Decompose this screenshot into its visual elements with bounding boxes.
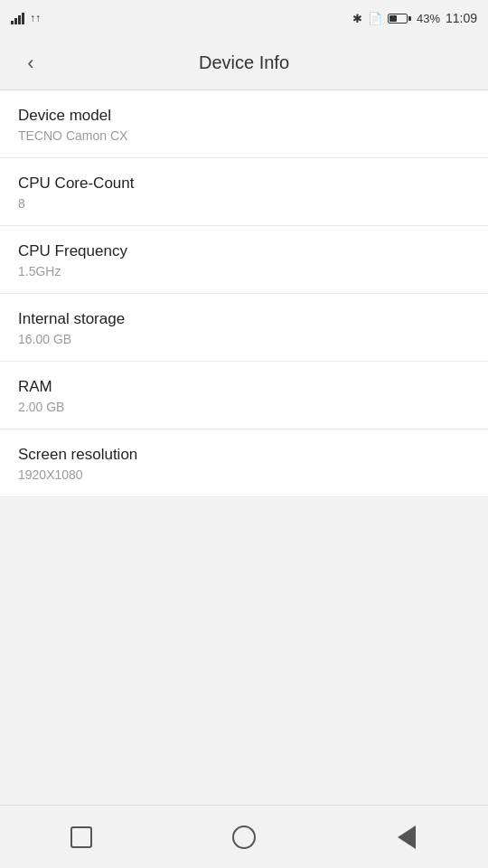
info-value-device-model: TECNO Camon CX (18, 128, 470, 143)
recents-icon (70, 826, 92, 848)
info-value-cpu-core: 8 (18, 196, 470, 211)
back-nav-icon (398, 826, 416, 849)
info-label-resolution: Screen resolution (18, 446, 470, 464)
info-value-resolution: 1920X1080 (18, 467, 470, 482)
back-arrow-icon: ‹ (27, 52, 33, 75)
document-icon: 📄 (368, 12, 382, 25)
status-bar: ↑↑ ✱ 📄 43% 11:09 (0, 0, 488, 36)
recents-button[interactable] (54, 815, 108, 860)
info-label-cpu-freq: CPU Frequency (18, 242, 470, 260)
signal-icon (11, 12, 24, 24)
info-value-storage: 16.00 GB (18, 332, 470, 346)
info-label-cpu-core: CPU Core-Count (18, 175, 470, 193)
page-title: Device Info (47, 52, 441, 73)
list-item: CPU Frequency 1.5GHz (0, 226, 488, 294)
status-bar-left: ↑↑ (11, 0, 41, 36)
info-value-cpu-freq: 1.5GHz (18, 264, 470, 278)
list-item: CPU Core-Count 8 (0, 158, 488, 226)
info-label-ram: RAM (18, 378, 470, 396)
status-bar-right: ✱ 📄 43% 11:09 (352, 11, 477, 25)
back-button[interactable]: ‹ (14, 47, 47, 80)
battery-percentage: 43% (417, 12, 440, 25)
info-value-ram: 2.00 GB (18, 400, 470, 414)
device-info-list: Device model TECNO Camon CX CPU Core-Cou… (0, 90, 488, 497)
status-time: 11:09 (446, 11, 477, 25)
home-button[interactable] (217, 815, 271, 860)
upload-icon: ↑↑ (30, 12, 41, 24)
nav-bar: ‹ Device Info (0, 36, 488, 90)
home-icon (232, 826, 256, 849)
list-item: Device model TECNO Camon CX (0, 90, 488, 158)
list-item: Screen resolution 1920X1080 (0, 429, 488, 497)
bottom-nav (0, 805, 488, 868)
bluetooth-icon: ✱ (352, 12, 362, 25)
back-nav-button[interactable] (380, 815, 434, 860)
info-label-storage: Internal storage (18, 310, 470, 328)
info-label-device-model: Device model (18, 107, 470, 125)
list-item: Internal storage 16.00 GB (0, 294, 488, 362)
battery-icon (388, 14, 411, 24)
list-item: RAM 2.00 GB (0, 362, 488, 429)
